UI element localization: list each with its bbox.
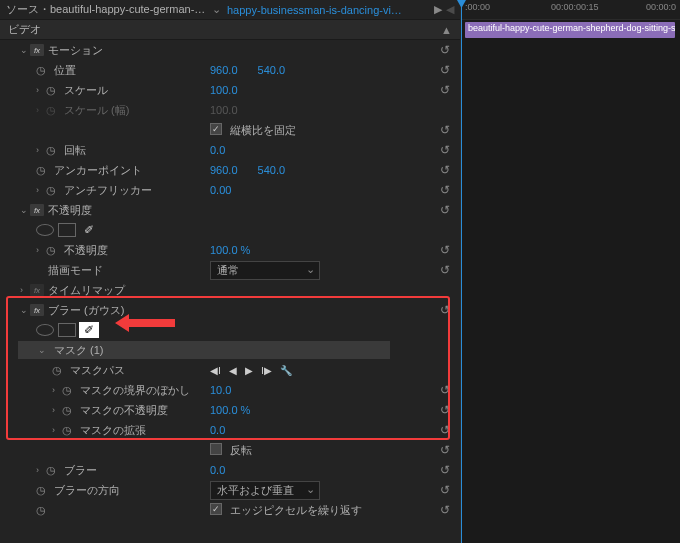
chevron-down-icon[interactable] (20, 305, 30, 315)
rect-mask-button[interactable] (58, 323, 76, 337)
chevron-right-icon[interactable] (36, 465, 46, 475)
reset-button[interactable] (440, 123, 450, 137)
position-y-value[interactable]: 540.0 (258, 64, 286, 76)
reset-button[interactable] (440, 163, 450, 177)
chevron-right-icon[interactable] (36, 185, 46, 195)
video-section-header[interactable]: ビデオ ▲ (0, 20, 460, 40)
timeline-ruler[interactable]: :00:00 00:00:00:15 00:00:0 (461, 0, 680, 20)
fx-badge[interactable]: fx (30, 284, 44, 296)
ellipse-mask-button[interactable] (36, 324, 54, 336)
stopwatch-icon[interactable] (36, 64, 48, 76)
reset-button[interactable] (440, 143, 450, 157)
blur-mask-tools: ✐ (0, 320, 460, 340)
opacity-value[interactable]: 100.0 % (210, 244, 250, 256)
reset-button[interactable] (440, 303, 450, 317)
scale-value[interactable]: 100.0 (210, 84, 238, 96)
stopwatch-icon[interactable] (46, 464, 58, 476)
stopwatch-icon[interactable] (46, 244, 58, 256)
scale-w-row: スケール (幅) 100.0 (0, 100, 460, 120)
chevron-down-icon[interactable] (38, 345, 48, 355)
mask-invert-checkbox[interactable] (210, 443, 222, 455)
reset-button[interactable] (440, 63, 450, 77)
reset-button[interactable] (440, 263, 450, 277)
reset-button[interactable] (440, 183, 450, 197)
mask-expansion-value[interactable]: 0.0 (210, 424, 225, 436)
reset-button[interactable] (440, 243, 450, 257)
stopwatch-icon[interactable] (36, 504, 48, 516)
track-forward-icon[interactable]: Ⅰ▶ (261, 365, 272, 376)
reset-button[interactable] (440, 203, 450, 217)
rect-mask-button[interactable] (58, 223, 76, 237)
stopwatch-icon[interactable] (62, 404, 74, 416)
edge-pixels-checkbox[interactable] (210, 503, 222, 515)
edge-pixels-row: エッジピクセルを繰り返す (0, 500, 460, 520)
opacity-effect-row[interactable]: fx 不透明度 (0, 200, 460, 220)
sequence-clip-link[interactable]: happy-businessman-is-dancing-victory-da.… (227, 4, 407, 16)
step-back-icon[interactable]: ◀ (229, 365, 237, 376)
chevron-right-icon[interactable] (36, 145, 46, 155)
video-section-label: ビデオ (8, 22, 41, 37)
mask-expansion-row: マスクの拡張 0.0 (0, 420, 460, 440)
reset-button[interactable] (440, 383, 450, 397)
wrench-icon[interactable]: 🔧 (280, 365, 292, 376)
stopwatch-icon[interactable] (62, 424, 74, 436)
reset-button[interactable] (440, 43, 450, 57)
blur-direction-label: ブラーの方向 (54, 483, 120, 498)
antiflicker-value[interactable]: 0.00 (210, 184, 231, 196)
source-dropdown[interactable]: ⌄ (212, 3, 221, 16)
chevron-right-icon[interactable] (52, 425, 62, 435)
chevron-down-icon[interactable] (20, 205, 30, 215)
chevron-down-icon[interactable] (20, 45, 30, 55)
ellipse-mask-button[interactable] (36, 224, 54, 236)
timeremap-effect-row[interactable]: fx タイムリマップ (0, 280, 460, 300)
anchor-x-value[interactable]: 960.0 (210, 164, 238, 176)
fx-badge[interactable]: fx (30, 44, 44, 56)
fx-badge[interactable]: fx (30, 204, 44, 216)
reset-button[interactable] (440, 403, 450, 417)
reset-button[interactable] (440, 503, 450, 517)
reset-button[interactable] (440, 483, 450, 497)
rotation-value[interactable]: 0.0 (210, 144, 225, 156)
stopwatch-icon[interactable] (46, 184, 58, 196)
nav-next-icon[interactable]: ◀ (446, 3, 454, 16)
mask-feather-value[interactable]: 10.0 (210, 384, 231, 396)
pen-mask-button[interactable]: ✐ (80, 323, 98, 337)
chevron-right-icon[interactable] (52, 405, 62, 415)
nav-prev-icon[interactable]: ▶ (434, 3, 442, 16)
stopwatch-icon[interactable] (36, 484, 48, 496)
stopwatch-icon[interactable] (52, 364, 64, 376)
fx-badge[interactable]: fx (30, 304, 44, 316)
uniform-scale-checkbox[interactable] (210, 123, 222, 135)
blur-direction-select[interactable]: 水平および垂直 (210, 481, 320, 500)
track-back-icon[interactable]: ◀Ⅰ (210, 365, 221, 376)
stopwatch-icon[interactable] (62, 384, 74, 396)
chevron-right-icon[interactable] (36, 245, 46, 255)
mask-opacity-value[interactable]: 100.0 % (210, 404, 250, 416)
position-x-value[interactable]: 960.0 (210, 64, 238, 76)
timeline-clip[interactable]: beautiful-happy-cute-german-shepherd-dog… (465, 22, 675, 38)
reset-button[interactable] (440, 423, 450, 437)
chevron-right-icon[interactable] (36, 85, 46, 95)
anchor-y-value[interactable]: 540.0 (258, 164, 286, 176)
chevron-right-icon[interactable] (20, 285, 30, 295)
ruler-tick: 00:00:0 (646, 2, 676, 12)
blend-mode-select[interactable]: 通常 (210, 261, 320, 280)
stopwatch-icon[interactable] (36, 164, 48, 176)
scale-w-label: スケール (幅) (64, 103, 129, 118)
stopwatch-icon[interactable] (46, 144, 58, 156)
mask-1-header[interactable]: マスク (1) (18, 341, 390, 359)
step-forward-icon[interactable]: ▶ (245, 365, 253, 376)
reset-button[interactable] (440, 443, 450, 457)
timeremap-label: タイムリマップ (48, 283, 125, 298)
chevron-right-icon[interactable] (52, 385, 62, 395)
pen-mask-button[interactable]: ✐ (80, 223, 98, 237)
reset-button[interactable] (440, 463, 450, 477)
stopwatch-icon[interactable] (46, 84, 58, 96)
reset-button[interactable] (440, 83, 450, 97)
blur-effect-row[interactable]: fx ブラー (ガウス) (0, 300, 460, 320)
collapse-icon[interactable]: ▲ (441, 24, 452, 36)
chevron-right-icon[interactable] (36, 105, 46, 115)
blur-amount-value[interactable]: 0.0 (210, 464, 225, 476)
motion-effect-row[interactable]: fx モーション (0, 40, 460, 60)
playhead[interactable] (461, 0, 462, 543)
